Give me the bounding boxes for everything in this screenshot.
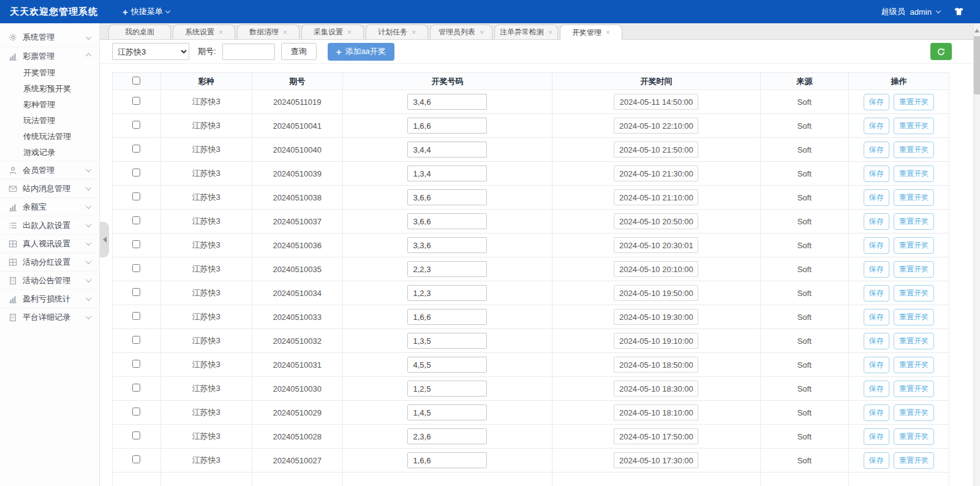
- reset-draw-button[interactable]: 重置开奖: [894, 142, 934, 158]
- reset-draw-button[interactable]: 重置开奖: [894, 381, 934, 397]
- tab-close-icon[interactable]: ×: [283, 28, 287, 37]
- draw-time-input[interactable]: [614, 118, 698, 134]
- row-checkbox[interactable]: [132, 169, 140, 177]
- draw-time-input[interactable]: [614, 309, 698, 325]
- draw-time-input[interactable]: [614, 285, 698, 301]
- tab[interactable]: 系统设置 ×: [173, 25, 235, 39]
- save-button[interactable]: 保存: [864, 165, 889, 182]
- draw-numbers-input[interactable]: [407, 237, 487, 253]
- save-button[interactable]: 保存: [864, 357, 889, 373]
- save-button[interactable]: 保存: [864, 142, 889, 158]
- draw-time-input[interactable]: [614, 261, 698, 277]
- sidebar-collapse-handle[interactable]: [100, 222, 109, 257]
- sidebar-item[interactable]: 会员管理: [0, 161, 99, 179]
- draw-numbers-input[interactable]: [407, 452, 487, 468]
- select-all-checkbox[interactable]: [132, 77, 140, 85]
- save-button[interactable]: 保存: [864, 237, 889, 254]
- user-menu[interactable]: 超级员 admin: [881, 6, 940, 17]
- row-checkbox[interactable]: [132, 121, 140, 129]
- save-button[interactable]: 保存: [864, 333, 889, 349]
- reset-draw-button[interactable]: 重置开奖: [894, 309, 934, 325]
- row-checkbox[interactable]: [132, 455, 140, 463]
- reset-draw-button[interactable]: 重置开奖: [894, 285, 934, 302]
- draw-time-input[interactable]: [614, 381, 698, 397]
- save-button[interactable]: 保存: [864, 261, 889, 278]
- save-button[interactable]: 保存: [864, 309, 889, 325]
- theme-shirt-icon[interactable]: [954, 7, 964, 17]
- reset-draw-button[interactable]: 重置开奖: [894, 333, 934, 349]
- scroll-up-arrow-icon[interactable]: [974, 29, 979, 32]
- quick-menu-button[interactable]: + 快捷菜单: [123, 6, 170, 17]
- save-button[interactable]: 保存: [864, 452, 889, 469]
- row-checkbox[interactable]: [132, 408, 140, 416]
- draw-time-input[interactable]: [614, 333, 698, 349]
- lottery-select[interactable]: 江苏快3: [112, 43, 189, 60]
- tab[interactable]: 开奖管理 ×: [560, 25, 622, 40]
- sidebar-item[interactable]: 活动公告管理: [0, 271, 99, 289]
- reset-draw-button[interactable]: 重置开奖: [894, 213, 934, 230]
- row-checkbox[interactable]: [132, 97, 140, 105]
- sidebar-item[interactable]: 出款入款设置: [0, 216, 99, 234]
- row-checkbox[interactable]: [132, 360, 140, 368]
- reset-draw-button[interactable]: 重置开奖: [894, 165, 934, 182]
- sidebar-item[interactable]: 平台详细记录: [0, 308, 99, 326]
- save-button[interactable]: 保存: [864, 285, 889, 302]
- reset-draw-button[interactable]: 重置开奖: [894, 357, 934, 373]
- row-checkbox[interactable]: [132, 145, 140, 153]
- draw-time-input[interactable]: [614, 357, 698, 373]
- sidebar-item[interactable]: 余额宝: [0, 197, 99, 216]
- row-checkbox[interactable]: [132, 264, 140, 272]
- draw-numbers-input[interactable]: [407, 213, 487, 229]
- refresh-button[interactable]: [930, 43, 952, 60]
- tab[interactable]: 注单异常检测 ×: [494, 25, 558, 39]
- draw-numbers-input[interactable]: [407, 261, 487, 277]
- reset-draw-button[interactable]: 重置开奖: [894, 118, 934, 134]
- draw-time-input[interactable]: [614, 189, 698, 205]
- draw-time-input[interactable]: [614, 237, 698, 253]
- row-checkbox[interactable]: [132, 431, 140, 439]
- draw-numbers-input[interactable]: [407, 333, 487, 349]
- sidebar-subitem[interactable]: 系统彩预开奖: [0, 81, 99, 97]
- draw-numbers-input[interactable]: [407, 428, 487, 444]
- save-button[interactable]: 保存: [864, 118, 889, 134]
- draw-numbers-input[interactable]: [407, 404, 487, 420]
- reset-draw-button[interactable]: 重置开奖: [894, 404, 934, 421]
- save-button[interactable]: 保存: [864, 189, 889, 206]
- tab-close-icon[interactable]: ×: [347, 28, 352, 37]
- sidebar-item[interactable]: 站内消息管理: [0, 179, 99, 197]
- save-button[interactable]: 保存: [864, 213, 889, 230]
- tab[interactable]: 采集设置 ×: [301, 25, 364, 39]
- tab[interactable]: 计划任务 ×: [366, 25, 428, 39]
- tab-close-icon[interactable]: ×: [606, 28, 610, 37]
- tab-close-icon[interactable]: ×: [480, 28, 484, 37]
- sidebar-subitem[interactable]: 彩种管理: [0, 97, 99, 113]
- vertical-scrollbar[interactable]: [973, 23, 980, 486]
- sidebar-item[interactable]: 彩票管理: [0, 47, 99, 65]
- sidebar-item[interactable]: 盈利亏损统计: [0, 289, 99, 308]
- tab-close-icon[interactable]: ×: [219, 28, 223, 37]
- row-checkbox[interactable]: [132, 336, 140, 344]
- row-checkbox[interactable]: [132, 240, 140, 248]
- sidebar-subitem[interactable]: 开奖管理: [0, 65, 99, 81]
- reset-draw-button[interactable]: 重置开奖: [894, 189, 934, 206]
- draw-numbers-input[interactable]: [407, 309, 487, 325]
- period-input[interactable]: [222, 44, 275, 60]
- save-button[interactable]: 保存: [864, 94, 889, 110]
- row-checkbox[interactable]: [132, 216, 140, 224]
- reset-draw-button[interactable]: 重置开奖: [894, 452, 934, 469]
- sidebar-item[interactable]: 真人视讯设置: [0, 234, 99, 252]
- draw-numbers-input[interactable]: [407, 118, 487, 134]
- tab-close-icon[interactable]: ×: [412, 28, 416, 37]
- tab-close-icon[interactable]: ×: [548, 28, 552, 37]
- sidebar-subitem[interactable]: 传统玩法管理: [0, 129, 99, 145]
- draw-time-input[interactable]: [614, 428, 698, 444]
- row-checkbox[interactable]: [132, 288, 140, 296]
- save-button[interactable]: 保存: [864, 381, 889, 397]
- draw-time-input[interactable]: [614, 404, 698, 420]
- sidebar-subitem[interactable]: 玩法管理: [0, 113, 99, 129]
- reset-draw-button[interactable]: 重置开奖: [894, 428, 934, 445]
- draw-time-input[interactable]: [614, 213, 698, 229]
- sidebar-subitem[interactable]: 游戏记录: [0, 145, 99, 161]
- row-checkbox[interactable]: [132, 192, 140, 200]
- save-button[interactable]: 保存: [864, 428, 889, 445]
